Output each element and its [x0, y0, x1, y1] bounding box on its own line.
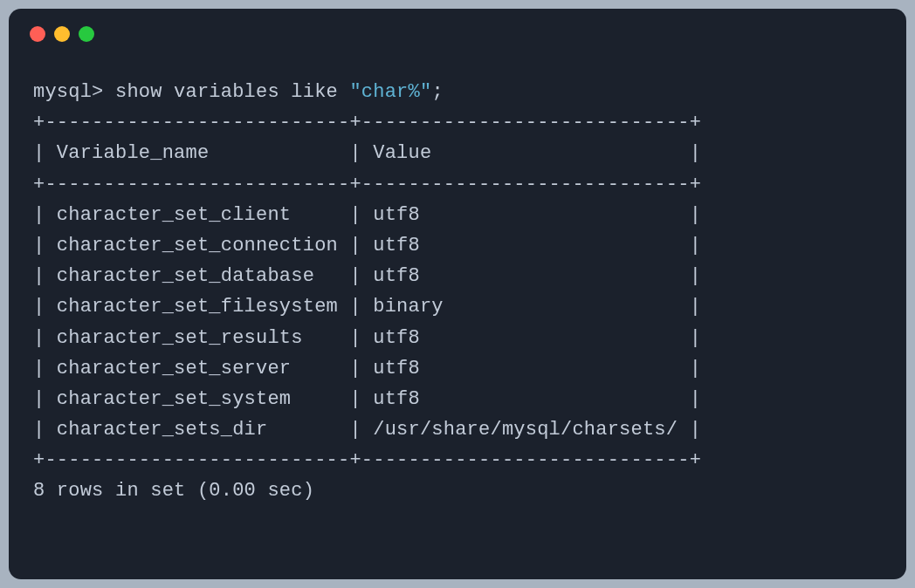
terminal-window: mysql> show variables like "char%"; +---… — [9, 9, 906, 579]
table-border-top: +--------------------------+------------… — [33, 107, 882, 138]
table-row: | character_set_server | utf8 | — [33, 353, 882, 384]
titlebar — [9, 9, 906, 52]
table-row: | character_set_database | utf8 | — [33, 261, 882, 291]
table-row: | character_set_results | utf8 | — [33, 323, 882, 353]
command-string: "char%" — [349, 81, 431, 103]
close-icon[interactable] — [30, 26, 45, 42]
table-row: | character_set_connection | utf8 | — [33, 230, 882, 261]
terminal-content[interactable]: mysql> show variables like "char%"; +---… — [9, 52, 906, 524]
table-row: | character_set_system | utf8 | — [33, 384, 882, 414]
maximize-icon[interactable] — [79, 26, 94, 42]
table-border-bottom: +--------------------------+------------… — [33, 445, 882, 475]
table-border-mid: +--------------------------+------------… — [33, 169, 882, 200]
command-prefix: show variables like — [115, 81, 349, 103]
table-row: | character_set_client | utf8 | — [33, 200, 882, 230]
minimize-icon[interactable] — [54, 26, 70, 42]
table-row: | character_set_filesystem | binary | — [33, 291, 882, 322]
result-footer: 8 rows in set (0.00 sec) — [33, 475, 882, 506]
table-header-row: | Variable_name | Value | — [33, 138, 882, 168]
prompt-text: mysql> — [33, 81, 115, 103]
table-row: | character_sets_dir | /usr/share/mysql/… — [33, 414, 882, 445]
command-line: mysql> show variables like "char%"; — [33, 77, 882, 107]
command-suffix: ; — [431, 81, 443, 103]
